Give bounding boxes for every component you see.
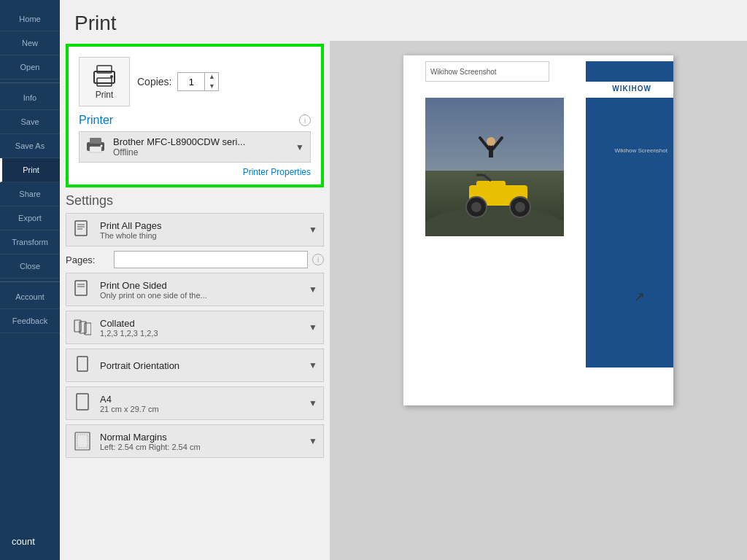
highlight-box: Print Copies: ▲ ▼ [66, 44, 324, 187]
portrait-orientation-name: Portrait Orientation [100, 360, 301, 371]
svg-rect-8 [75, 221, 87, 236]
setting-print-all-pages[interactable]: Print All Pages The whole thing ▼ [66, 213, 324, 246]
svg-rect-5 [90, 138, 101, 144]
sidebar-item-close[interactable]: Close [0, 254, 60, 279]
setting-print-one-sided[interactable]: Print One Sided Only print on one side o… [66, 273, 324, 306]
pages-label: Pages: [66, 254, 109, 265]
copies-label: Copies: [137, 76, 171, 88]
printer-details: Brother MFC-L8900CDW seri... Offline [113, 136, 288, 158]
printer-info-icon[interactable]: i [299, 114, 311, 126]
printer-chevron-icon: ▼ [295, 142, 304, 152]
printer-icon [91, 63, 117, 88]
portrait-orientation-chevron: ▼ [309, 360, 317, 370]
copies-down-arrow[interactable]: ▼ [205, 82, 218, 91]
collated-icon [72, 316, 93, 339]
sidebar-item-share[interactable]: Share [0, 182, 60, 206]
copies-up-arrow[interactable]: ▲ [205, 72, 218, 82]
svg-rect-2 [97, 78, 112, 86]
page-title: Print [60, 0, 747, 41]
preview-area: Wikihow Screenshot WIKIHOW [330, 41, 747, 560]
copies-input[interactable] [178, 77, 204, 88]
svg-rect-6 [90, 147, 101, 152]
a4-details: A4 21 cm x 29.7 cm [100, 394, 301, 413]
sidebar-item-account[interactable]: Account [0, 285, 60, 309]
pages-input-row: Pages: i [66, 251, 324, 268]
print-all-pages-value: The whole thing [100, 231, 301, 240]
pages-input[interactable] [114, 251, 308, 268]
sidebar-item-open[interactable]: Open [0, 55, 60, 79]
svg-rect-19 [77, 394, 88, 410]
print-one-sided-name: Print One Sided [100, 280, 301, 291]
sidebar-item-export[interactable]: Export [0, 206, 60, 230]
pages-info-icon[interactable]: i [312, 254, 324, 265]
printer-section: Printer i [79, 114, 311, 177]
sidebar-item-save[interactable]: Save [0, 110, 60, 134]
print-one-sided-chevron: ▼ [309, 284, 317, 295]
count-label: count [0, 522, 47, 560]
settings-section: Settings Print All Pages The whole thi [60, 193, 330, 458]
main-content: Print Print [60, 0, 747, 560]
svg-point-32 [471, 202, 481, 212]
printer-heading: Printer i [79, 114, 311, 127]
setting-a4[interactable]: A4 21 cm x 29.7 cm ▼ [66, 386, 324, 420]
svg-rect-25 [489, 144, 493, 158]
sidebar-item-save-as[interactable]: Save As [0, 134, 60, 158]
sidebar-item-transform[interactable]: Transform [0, 230, 60, 254]
normal-margins-details: Normal Margins Left: 2.54 cm Right: 2.54… [100, 432, 301, 451]
normal-margins-chevron: ▼ [309, 436, 317, 446]
sidebar-divider-1 [0, 82, 60, 83]
sidebar: Home New Open Info Save Save As Print Sh… [0, 0, 60, 560]
preview-title-box: Wikihow Screenshot [425, 61, 549, 82]
copies-spinner[interactable]: ▲ ▼ [177, 72, 219, 91]
print-all-pages-chevron: ▼ [309, 225, 317, 235]
svg-point-3 [110, 75, 113, 78]
setting-portrait-orientation[interactable]: Portrait Orientation ▼ [66, 349, 324, 382]
normal-margins-value: Left: 2.54 cm Right: 2.54 cm [100, 443, 301, 451]
sidebar-item-print[interactable]: Print [0, 158, 60, 182]
print-all-pages-details: Print All Pages The whole thing [100, 220, 301, 240]
collated-details: Collated 1,2,3 1,2,3 1,2,3 [100, 318, 301, 338]
normal-margins-icon [72, 429, 93, 453]
portrait-orientation-icon [72, 354, 93, 377]
setting-normal-margins[interactable]: Normal Margins Left: 2.54 cm Right: 2.54… [66, 424, 324, 458]
sidebar-item-new[interactable]: New [0, 31, 60, 55]
print-panel: Print Copies: ▲ ▼ [60, 41, 330, 560]
settings-title: Settings [66, 193, 324, 209]
printer-status: Offline [113, 147, 288, 158]
printer-select[interactable]: Brother MFC-L8900CDW seri... Offline ▼ [79, 131, 311, 163]
a4-value: 21 cm x 29.7 cm [100, 405, 301, 413]
collated-name: Collated [100, 318, 301, 329]
print-one-sided-icon [72, 278, 93, 301]
print-one-sided-details: Print One Sided Only print on one side o… [100, 280, 301, 300]
collated-chevron: ▼ [309, 322, 317, 332]
print-all-pages-name: Print All Pages [100, 220, 301, 231]
print-label: Print [96, 90, 114, 100]
sidebar-item-feedback[interactable]: Feedback [0, 309, 60, 333]
printer-properties-link[interactable]: Printer Properties [79, 167, 311, 177]
print-icon-box: Print [79, 57, 130, 106]
preview-photo-svg [425, 98, 564, 236]
printer-heading-label: Printer [79, 114, 113, 127]
sidebar-item-home[interactable]: Home [0, 7, 60, 31]
printer-device-icon [85, 136, 106, 158]
svg-rect-18 [77, 357, 88, 371]
preview-photo [425, 98, 564, 236]
svg-rect-12 [75, 281, 87, 295]
sidebar-item-info[interactable]: Info [0, 86, 60, 110]
copies-arrows: ▲ ▼ [204, 72, 218, 91]
pages-info-symbol: i [317, 256, 319, 264]
printer-name: Brother MFC-L8900CDW seri... [113, 136, 288, 147]
a4-name: A4 [100, 394, 301, 405]
svg-point-26 [487, 137, 495, 146]
preview-sidebar-blue: Wikihow Screenshot [586, 98, 673, 368]
svg-rect-21 [77, 435, 88, 448]
portrait-orientation-details: Portrait Orientation [100, 360, 301, 371]
collated-value: 1,2,3 1,2,3 1,2,3 [100, 329, 301, 338]
normal-margins-name: Normal Margins [100, 432, 301, 443]
preview-wikihow-label: WIKIHOW [612, 85, 651, 93]
info-symbol: i [304, 117, 306, 125]
setting-collated[interactable]: Collated 1,2,3 1,2,3 1,2,3 ▼ [66, 311, 324, 344]
preview-blue-bar [586, 61, 673, 82]
content-area: Print Copies: ▲ ▼ [60, 41, 747, 560]
print-all-pages-icon [72, 218, 93, 241]
